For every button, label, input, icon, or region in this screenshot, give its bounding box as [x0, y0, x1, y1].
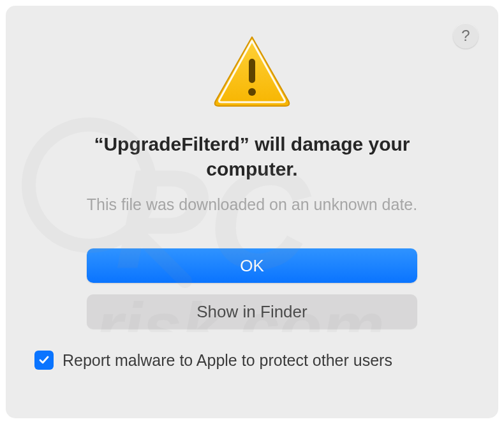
warning-icon-wrap [32, 33, 472, 110]
ok-button[interactable]: OK [87, 248, 417, 283]
report-malware-label: Report malware to Apple to protect other… [63, 351, 392, 370]
checkmark-icon [38, 354, 50, 367]
ok-button-label: OK [240, 256, 264, 276]
help-icon: ? [461, 27, 470, 45]
help-button[interactable]: ? [453, 23, 478, 49]
report-malware-checkbox[interactable] [34, 351, 54, 370]
alert-dialog: PC risk.com ? “UpgradeFilterd” will dama… [6, 6, 498, 418]
show-in-finder-button[interactable]: Show in Finder [87, 294, 417, 329]
button-stack: OK Show in Finder [32, 248, 472, 329]
show-in-finder-label: Show in Finder [196, 302, 307, 322]
report-malware-row: Report malware to Apple to protect other… [32, 351, 472, 370]
svg-point-5 [248, 88, 256, 96]
svg-rect-4 [249, 59, 255, 83]
warning-icon [211, 33, 293, 110]
dialog-subtitle: This file was downloaded on an unknown d… [32, 195, 472, 214]
dialog-title: “UpgradeFilterd” will damage your comput… [32, 132, 472, 181]
